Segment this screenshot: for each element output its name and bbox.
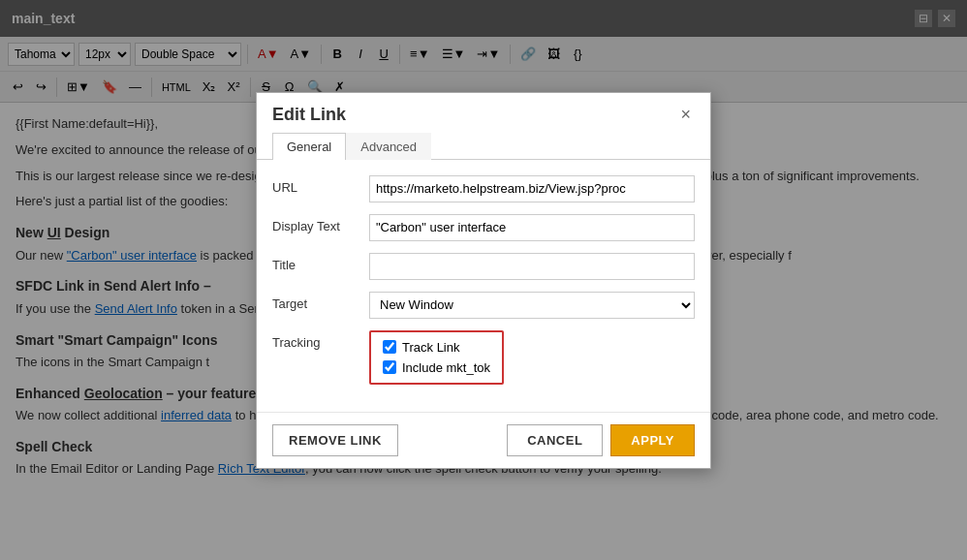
display-text-row: Display Text <box>272 214 695 241</box>
modal-close-button[interactable]: × <box>676 105 695 125</box>
modal-tabs: General Advanced <box>257 125 710 160</box>
display-text-label: Display Text <box>272 214 369 233</box>
edit-link-modal: Edit Link × General Advanced URL Display… <box>256 92 711 469</box>
tab-general[interactable]: General <box>272 133 346 160</box>
track-link-checkbox[interactable] <box>383 340 396 354</box>
track-link-row: Track Link <box>383 340 490 355</box>
target-row: Target New Window Same Window _blank _se… <box>272 292 695 319</box>
modal-overlay: Edit Link × General Advanced URL Display… <box>0 0 967 560</box>
url-label: URL <box>272 175 369 195</box>
include-mkt-tok-checkbox[interactable] <box>383 360 396 374</box>
modal-header: Edit Link × <box>257 93 710 125</box>
target-select[interactable]: New Window Same Window _blank _self <box>369 292 695 319</box>
tracking-label: Tracking <box>272 330 369 350</box>
title-label: Title <box>272 253 369 272</box>
tab-advanced[interactable]: Advanced <box>346 133 431 160</box>
modal-body: URL Display Text Title Target New Window… <box>257 160 710 412</box>
track-link-label: Track Link <box>402 340 459 355</box>
tracking-box: Track Link Include mkt_tok <box>369 330 504 385</box>
display-text-input[interactable] <box>369 214 695 241</box>
tracking-row: Tracking Track Link Include mkt_tok <box>272 330 695 385</box>
url-row: URL <box>272 175 695 202</box>
include-mkt-tok-row: Include mkt_tok <box>383 360 490 375</box>
cancel-button[interactable]: CANCEL <box>507 424 603 456</box>
modal-title: Edit Link <box>272 105 346 125</box>
footer-right: CANCEL APPLY <box>507 424 695 456</box>
url-input[interactable] <box>369 175 695 202</box>
include-mkt-tok-label: Include mkt_tok <box>402 360 490 375</box>
modal-footer: REMOVE LINK CANCEL APPLY <box>257 412 710 468</box>
target-label: Target <box>272 292 369 311</box>
remove-link-button[interactable]: REMOVE LINK <box>272 424 398 456</box>
title-input[interactable] <box>369 253 695 280</box>
apply-button[interactable]: APPLY <box>610 424 695 456</box>
title-row: Title <box>272 253 695 280</box>
